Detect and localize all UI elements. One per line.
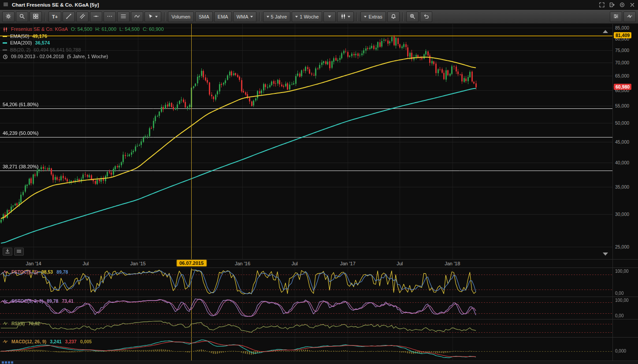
fibo-icon — [121, 14, 126, 20]
chart-type-select[interactable] — [337, 11, 354, 22]
rsi-icon — [3, 321, 8, 326]
interval-select[interactable]: 1 Woche — [292, 11, 322, 22]
sstoc-panel[interactable]: 100,000,00 SSTOC(5, 3, 3) 89,7873,41 — [0, 297, 638, 319]
macd-label: MACD(12, 26, 9) — [11, 339, 46, 344]
curve-tool[interactable] — [131, 11, 143, 22]
undo-button[interactable] — [420, 11, 432, 22]
download-icon — [5, 249, 10, 255]
scroll-up-icon[interactable] — [603, 30, 608, 33]
price-axis[interactable]: 81,409 60,980 85,00080,00075,00070,00065… — [612, 24, 638, 259]
window-title: Chart Fresenius SE & Co. KGaA [5y] — [12, 2, 99, 7]
sstoc-canvas[interactable] — [0, 297, 612, 319]
alerts-button[interactable] — [387, 11, 400, 22]
time-axis[interactable]: Jan '14JulJan '15Jan '16JulJan '17JulJan… — [0, 259, 638, 267]
fstoc-canvas[interactable] — [0, 268, 612, 297]
text-annotation[interactable]: T+ — [48, 11, 61, 22]
mini-nav-square[interactable] — [11, 361, 13, 364]
volumen-button-label: Volumen — [171, 14, 190, 19]
fibonacci-level-label[interactable]: 46,239 (50.00%) — [3, 130, 38, 136]
scroll-down-icon[interactable] — [603, 253, 608, 256]
channel-icon — [80, 14, 85, 20]
macd-panel[interactable]: 0,000 MACD(12, 26, 9) 3,2413,2370,005 — [0, 337, 638, 360]
extras-menu[interactable]: Extras — [360, 11, 386, 22]
text-tool-glyph: T+ — [52, 14, 58, 19]
title-bar: Chart Fresenius SE & Co. KGaA [5y] — [0, 0, 638, 10]
rsi-value: 70,92 — [28, 321, 40, 326]
sstoc-icon — [3, 298, 8, 304]
mini-nav-square[interactable] — [2, 361, 4, 364]
ema200-value: 36,574 — [35, 40, 50, 47]
dotted-line-tool[interactable] — [104, 11, 116, 22]
macd-value: 3,241 — [50, 339, 61, 344]
maximize-button[interactable] — [599, 2, 605, 7]
clock-icon — [3, 54, 8, 59]
zoom-in-icon — [410, 14, 415, 20]
price-tick: 50,000 — [615, 120, 629, 126]
sma-button[interactable]: SMA — [195, 11, 213, 22]
horizontal-line-tool[interactable] — [90, 11, 102, 22]
bollinger-label: BB(20, 2) — [10, 47, 30, 54]
sstoc-value: 89,78 — [47, 298, 58, 304]
volumen-button[interactable]: Volumen — [168, 11, 194, 22]
toolbar: T+VolumenSMAEMAWMA5 Jahre1 WocheExtras — [0, 10, 638, 24]
ema50-label: EMA(50) — [10, 33, 29, 40]
candles-icon — [341, 14, 346, 20]
record-button[interactable] — [619, 2, 625, 7]
price-tick: 55,000 — [615, 103, 629, 108]
indicator-button[interactable] — [623, 11, 636, 22]
macd-value: 0,005 — [80, 339, 92, 344]
price-tick: 70,000 — [615, 60, 629, 65]
zoom-mode[interactable] — [16, 11, 28, 22]
chart-settings[interactable] — [2, 11, 15, 22]
low-value: L: 54,500 — [119, 26, 140, 33]
price-tick: 75,000 — [615, 48, 629, 53]
fstoc-value: 98,53 — [41, 269, 53, 275]
time-tick: Jan '15 — [130, 261, 146, 266]
time-tick: Jan '18 — [445, 261, 460, 266]
high-value: H: 61,000 — [95, 26, 116, 33]
ema50-value: 49,176 — [32, 33, 47, 40]
extras-menu-label: Extras — [368, 14, 382, 19]
sliders-icon — [613, 14, 619, 20]
layers-button[interactable] — [14, 248, 24, 256]
scale-menu[interactable] — [323, 11, 336, 22]
hline-icon — [93, 14, 99, 20]
close-button[interactable] — [630, 2, 635, 7]
bell-icon — [391, 14, 396, 20]
fibonacci-tool[interactable] — [117, 11, 130, 22]
trendline-tool[interactable] — [63, 11, 75, 22]
menu-icon[interactable] — [3, 1, 8, 9]
time-tick: Jan '14 — [26, 261, 41, 266]
fibonacci-level-label[interactable]: 38,271 (38.20%) — [3, 164, 38, 169]
range-select[interactable]: 5 Jahre — [263, 11, 291, 22]
fstoc-axis-label: 0,00 — [615, 291, 623, 296]
time-tick: Jul — [397, 261, 403, 266]
ema-button[interactable]: EMA — [214, 11, 232, 22]
wma-button[interactable]: WMA — [233, 11, 256, 22]
ema200-swatch — [3, 42, 7, 44]
fibonacci-level-label[interactable]: 54,206 (61.80%) — [3, 102, 38, 107]
detach-button[interactable] — [609, 2, 615, 7]
caret-down-icon — [295, 16, 298, 18]
rsi-canvas[interactable] — [0, 319, 612, 337]
save-chart-button[interactable] — [3, 248, 12, 256]
channel-tool[interactable] — [76, 11, 89, 22]
main-chart: Fresenius SE & Co. KGaA O: 54,500 H: 61,… — [0, 24, 638, 259]
fstoc-panel[interactable]: 100,000,00 FSTOC(5, 3) 98,5389,78 — [0, 267, 638, 297]
panel-strip — [0, 360, 638, 364]
chart-properties-button[interactable] — [610, 11, 622, 22]
rsi-panel[interactable]: RSI(8) 70,92 — [0, 319, 638, 337]
time-tick: Jul — [292, 261, 298, 266]
layout-grid[interactable] — [30, 11, 42, 22]
caret-down-icon — [364, 16, 367, 18]
sstoc-label: SSTOC(5, 3, 3) — [11, 298, 43, 304]
crosshair-date-flag[interactable]: 06.07.2015 — [176, 260, 207, 267]
pointer-tool[interactable] — [145, 11, 161, 22]
fstoc-label: FSTOC(5, 3) — [11, 269, 38, 275]
ema-button-label: EMA — [218, 14, 228, 19]
macd-canvas[interactable] — [0, 338, 612, 360]
zoom-in-button[interactable] — [406, 11, 419, 22]
mini-nav-square[interactable] — [8, 361, 10, 364]
resistance-price-badge: 81,409 — [614, 32, 631, 38]
mini-nav-square[interactable] — [5, 361, 7, 364]
